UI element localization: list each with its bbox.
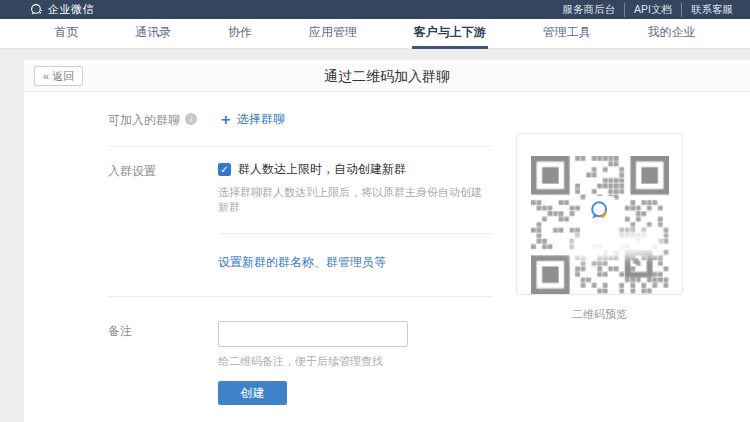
nav-item-app-management[interactable]: 应用管理 [307, 19, 359, 49]
remark-label: 备注 [108, 321, 218, 405]
wecom-qr-center-logo-icon [585, 196, 615, 226]
card-body: 可加入的群聊 i ＋ 选择群聊 入群设置 [24, 92, 750, 422]
row-joinable-groups: 可加入的群聊 i ＋ 选择群聊 [108, 110, 492, 129]
content-card: «返回 通过二维码加入群聊 可加入的群聊 i ＋ 选择群聊 [24, 60, 750, 422]
row-remark: 备注 给二维码备注，便于后续管理查找 创建 [108, 321, 492, 405]
joinable-groups-label: 可加入的群聊 i [108, 110, 218, 129]
qr-preview-section: 二维码预览 [516, 133, 683, 322]
info-icon[interactable]: i [185, 113, 197, 125]
row-join-settings: 入群设置 ✓ 群人数达上限时，自动创建新群 选择群聊群人数达到上限后，将以原群主… [108, 161, 492, 215]
topbar-link-contact-support[interactable]: 联系客服 [681, 3, 742, 17]
create-button[interactable]: 创建 [218, 381, 287, 405]
topbar: 企业微信 服务商后台 API文档 联系客服 [0, 0, 750, 19]
topbar-links: 服务商后台 API文档 联系客服 [554, 3, 742, 17]
topbar-link-provider-console[interactable]: 服务商后台 [554, 3, 625, 17]
divider [108, 146, 492, 147]
nav-item-home[interactable]: 首页 [52, 19, 80, 49]
remark-input[interactable] [218, 321, 408, 347]
card-header: «返回 通过二维码加入群聊 [24, 60, 750, 92]
checkmark-icon: ✓ [220, 164, 228, 175]
row-new-group-settings: 设置新群的群名称、群管理员等 [108, 252, 492, 271]
nav-item-my-company[interactable]: 我的企业 [645, 19, 697, 49]
screen: 企业微信 服务商后台 API文档 联系客服 首页 通讯录 协作 应用管理 客户与… [0, 0, 750, 422]
divider [218, 233, 492, 234]
app-logo-text: 企业微信 [48, 2, 94, 17]
nav-item-collaboration[interactable]: 协作 [226, 19, 254, 49]
topbar-link-api-docs[interactable]: API文档 [624, 3, 681, 17]
wecom-bubble-icon [30, 3, 43, 16]
create-qr-form: 可加入的群聊 i ＋ 选择群聊 入群设置 [108, 110, 492, 405]
join-settings-helper-text: 选择群聊群人数达到上限后，将以原群主身份自动创建新群 [218, 185, 492, 215]
nav-item-contacts[interactable]: 通讯录 [133, 19, 173, 49]
auto-create-group-checkbox[interactable]: ✓ [218, 163, 231, 176]
auto-create-group-label[interactable]: 群人数达上限时，自动创建新群 [238, 161, 406, 178]
nav-item-customers-active[interactable]: 客户与上下游 [412, 19, 488, 49]
app-logo[interactable]: 企业微信 [30, 2, 94, 17]
main-navbar: 首页 通讯录 协作 应用管理 客户与上下游 管理工具 我的企业 [0, 19, 750, 49]
join-settings-label: 入群设置 [108, 161, 218, 215]
nav-item-admin-tools[interactable]: 管理工具 [541, 19, 593, 49]
page-title: 通过二维码加入群聊 [24, 60, 750, 92]
remark-helper-text: 给二维码备注，便于后续管理查找 [218, 354, 492, 369]
qr-preview-caption: 二维码预览 [516, 307, 683, 322]
select-group-link[interactable]: ＋ 选择群聊 [218, 111, 285, 128]
divider [108, 296, 492, 297]
plus-icon: ＋ [218, 113, 233, 125]
qr-preview-panel [516, 133, 683, 295]
new-group-settings-link[interactable]: 设置新群的群名称、群管理员等 [218, 254, 386, 271]
